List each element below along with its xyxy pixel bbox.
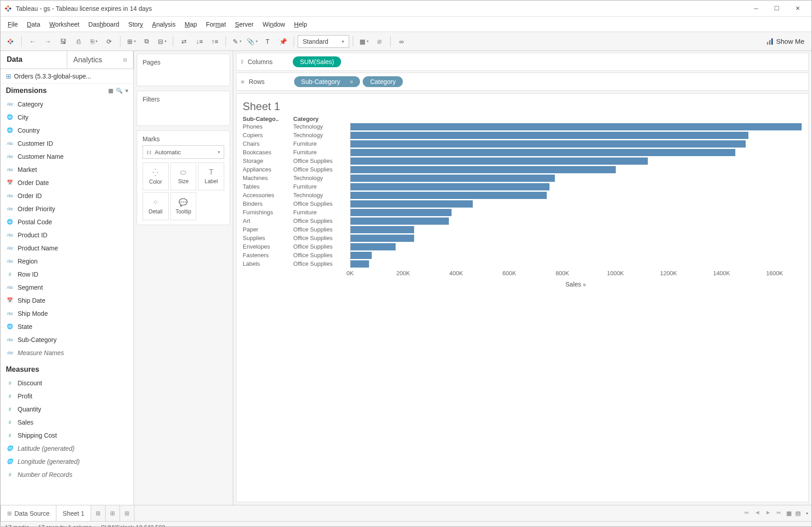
new-worksheet-button[interactable]: ⎘ [87,35,101,48]
field-state[interactable]: 🌐State [0,320,134,333]
field-country[interactable]: 🌐Country [0,124,134,137]
view-tabs-button[interactable]: ▦ [784,510,794,517]
undo-button[interactable]: ← [25,35,40,48]
field-customer-id[interactable]: AbcCustomer ID [0,137,134,150]
chart-row[interactable]: AppliancesOffice Supplies [243,165,802,174]
save-button[interactable]: 🖫 [56,35,70,48]
sheet-title[interactable]: Sheet 1 [243,100,802,113]
menu-map[interactable]: Map [180,19,201,30]
bar[interactable] [351,149,735,156]
field-city[interactable]: 🌐City [0,111,134,124]
label-shelf[interactable]: TLabel [198,162,224,190]
pill-sub-category[interactable]: Sub-Category≡ [294,76,360,87]
datasource-tab[interactable]: ⊞Data Source [0,505,56,521]
rows-shelf[interactable]: ≡ Rows Sub-Category≡Category [236,73,809,91]
bar[interactable] [351,260,369,268]
redo-button[interactable]: → [41,35,55,48]
field-postal-code[interactable]: 🌐Postal Code [0,215,134,228]
sheet1-tab[interactable]: Sheet 1 [56,505,91,521]
bar[interactable] [351,252,372,259]
view-icon[interactable]: ▦ [108,88,113,94]
group-button[interactable]: 📎 [245,35,259,48]
presentation-button[interactable]: ⎚ [372,35,387,48]
bar[interactable] [351,243,396,250]
bar[interactable] [351,200,473,208]
chart-row[interactable]: AccessoriesTechnology [243,191,802,199]
menu-icon[interactable]: ▾ [125,88,128,94]
pill-sum-sales-[interactable]: SUM(Sales) [293,56,341,67]
nav-last-button[interactable]: ⏭ [774,510,784,515]
new-story-button[interactable]: ⊞ [120,505,134,521]
field-shipping-cost[interactable]: #Shipping Cost [0,429,134,442]
analytics-tab[interactable]: Analytics⊟ [67,51,134,69]
swap-rows-cols-button[interactable]: ⇄ [177,35,191,48]
field-segment[interactable]: AbcSegment [0,281,134,294]
new-data-button[interactable]: ⎙ [71,35,86,48]
size-shelf[interactable]: ⬭Size [171,162,197,190]
bar[interactable] [351,123,802,130]
pages-card[interactable]: Pages [137,54,230,86]
view-sorter-button[interactable]: ▪ [803,510,812,517]
pill-category[interactable]: Category [363,76,403,87]
menu-server[interactable]: Server [231,19,258,30]
field-ship-mode[interactable]: AbcShip Mode [0,307,134,320]
highlight-button[interactable]: ✎ [230,35,244,48]
menu-window[interactable]: Window [258,19,290,30]
show-me-button[interactable]: Show Me [767,37,809,45]
field-market[interactable]: AbcMarket [0,163,134,176]
sort-desc-button[interactable]: ↑≡ [208,35,222,48]
clear-button[interactable]: ⊟ [155,35,169,48]
menu-worksheet[interactable]: Worksheet [45,19,84,30]
duplicate-button[interactable]: ⧉ [139,35,154,48]
share-button[interactable]: ∞ [394,35,409,48]
chart-row[interactable]: BindersOffice Supplies [243,199,802,208]
field-product-name[interactable]: AbcProduct Name [0,241,134,254]
field-sales[interactable]: #Sales [0,416,134,429]
menu-dashboard[interactable]: Dashboard [84,19,124,30]
labels-button[interactable]: T [260,35,275,48]
fit-dropdown[interactable]: Standard [298,35,349,48]
nav-next-button[interactable]: ▶ [763,510,774,515]
bar[interactable] [351,226,414,233]
field-order-id[interactable]: AbcOrder ID [0,189,134,202]
chart-row[interactable]: FastenersOffice Supplies [243,251,802,259]
nav-first-button[interactable]: ⏮ [741,510,752,515]
new-dashboard-button[interactable]: ⊞ [106,505,120,521]
field-row-id[interactable]: #Row ID [0,268,134,281]
maximize-button[interactable]: ☐ [766,2,787,15]
datasource-item[interactable]: ⊞ Orders (5.3.3-global-supe... [0,69,134,84]
field-region[interactable]: AbcRegion [0,254,134,268]
chart-row[interactable]: BookcasesFurniture [243,148,802,157]
field-category[interactable]: AbcCategory [0,97,134,111]
tooltip-shelf[interactable]: 💬Tooltip [171,192,197,220]
pin-button[interactable]: 📌 [276,35,290,48]
view-filmstrip-button[interactable]: ▤ [794,510,803,517]
cards-button[interactable]: ▦ [357,35,371,48]
search-icon[interactable]: 🔍 [116,88,123,94]
bar[interactable] [351,209,452,216]
nav-prev-button[interactable]: ◀ [752,510,763,515]
field-sub-category[interactable]: AbcSub-Category [0,333,134,346]
columns-shelf[interactable]: ⦀ Columns SUM(Sales) [236,53,809,71]
bar[interactable] [351,175,555,182]
new-sheet-button[interactable]: ⊞ [91,505,106,521]
menu-format[interactable]: Format [201,19,230,30]
chart-row[interactable]: MachinesTechnology [243,174,802,182]
minimize-button[interactable]: ─ [746,2,766,15]
sort-asc-button[interactable]: ↓≡ [192,35,207,48]
chart-row[interactable]: EnvelopesOffice Supplies [243,242,802,251]
chart-row[interactable]: ArtOffice Supplies [243,217,802,225]
bar[interactable] [351,132,748,139]
field-order-date[interactable]: 📅Order Date [0,176,134,189]
detail-shelf[interactable]: ⁘Detail [143,192,169,220]
tableau-icon[interactable] [3,35,18,48]
chart-row[interactable]: PhonesTechnology [243,122,802,131]
bar[interactable] [351,235,414,242]
chart-row[interactable]: FurnishingsFurniture [243,208,802,217]
bar[interactable] [351,140,746,148]
close-button[interactable]: ✕ [787,2,808,15]
menu-analysis[interactable]: Analysis [148,19,180,30]
bar[interactable] [351,192,547,199]
chart-row[interactable]: ChairsFurniture [243,139,802,148]
chart-row[interactable]: CopiersTechnology [243,131,802,139]
